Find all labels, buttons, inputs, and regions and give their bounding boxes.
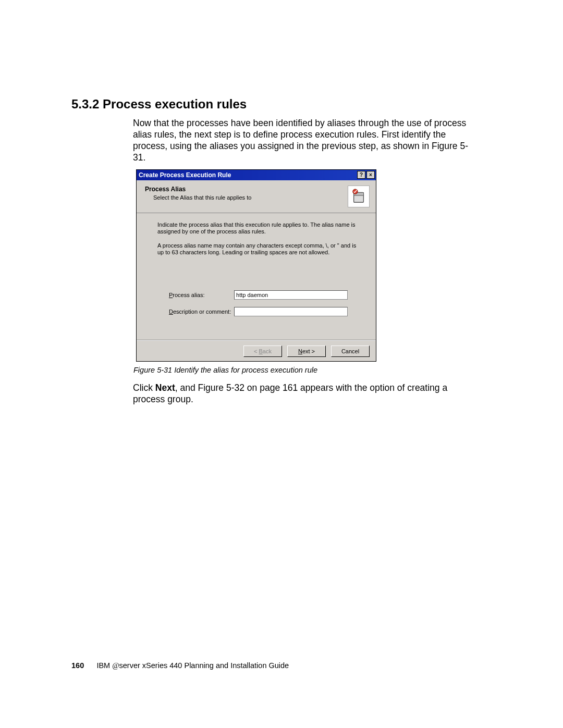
cancel-button[interactable]: Cancel (331, 346, 370, 357)
section-heading: 5.3.2 Process execution rules (71, 97, 247, 112)
close-button[interactable]: × (366, 171, 375, 179)
dialog-instruction-1: Indicate the process alias that this exe… (157, 221, 363, 235)
post-paragraph: Click Next, and Figure 5-32 on page 161 … (133, 382, 477, 405)
process-alias-label: Process alias: (169, 292, 232, 298)
footer-text: IBM @server xSeries 440 Planning and Ins… (96, 661, 289, 670)
dialog-header-subtitle: Select the Alias that this rule applies … (153, 194, 251, 201)
next-button[interactable]: Next > (287, 346, 326, 357)
help-button[interactable]: ? (357, 171, 365, 179)
dialog-header-area: Process Alias Select the Alias that this… (137, 180, 376, 213)
dialog-header-title: Process Alias (145, 186, 186, 193)
figure-caption: Figure 5-31 Identify the alias for proce… (133, 366, 317, 374)
description-label: Description or comment: (169, 309, 232, 315)
dialog-title: Create Process Execution Rule (139, 171, 231, 179)
create-process-execution-rule-dialog: Create Process Execution Rule ? × Proces… (136, 169, 376, 362)
process-rule-icon (348, 186, 370, 207)
dialog-instruction-2: A process alias name may contain any cha… (157, 242, 363, 255)
process-alias-input[interactable] (234, 290, 348, 300)
back-button: < Back (243, 346, 282, 357)
intro-paragraph: Now that the processes have been identif… (133, 118, 477, 164)
description-input[interactable] (234, 307, 348, 316)
page-number: 160 (71, 661, 84, 670)
page-footer: 160 IBM @server xSeries 440 Planning and… (71, 661, 289, 670)
dialog-titlebar: Create Process Execution Rule ? × (137, 170, 376, 180)
dialog-button-bar: < Back Next > Cancel (137, 340, 376, 361)
